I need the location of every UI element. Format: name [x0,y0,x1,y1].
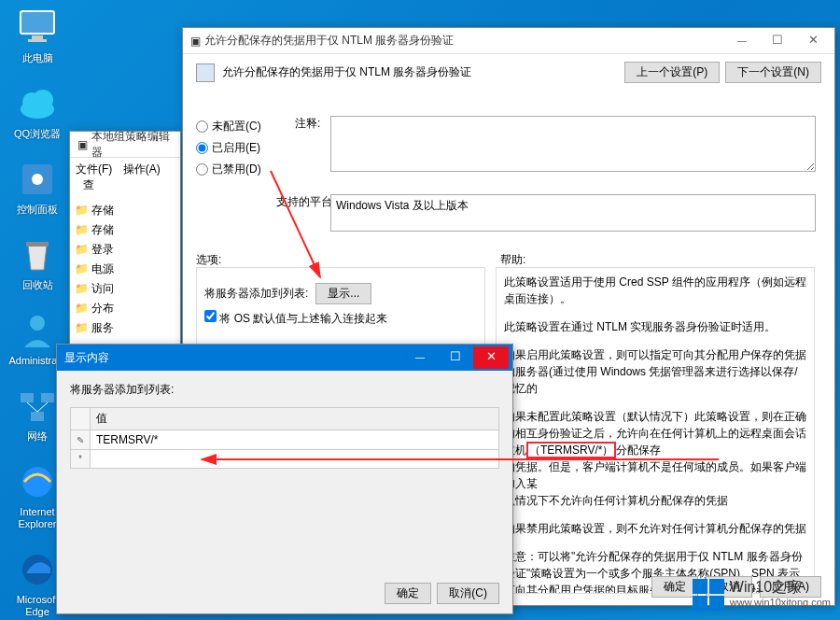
minimize-button[interactable] [402,346,438,369]
radio-enabled[interactable]: 已启用(E) [196,137,261,159]
policy-subicon [196,63,215,82]
table-row[interactable]: * [71,450,499,469]
window-controls [724,30,831,52]
concat-checkbox[interactable]: 将 OS 默认值与上述输入连接起来 [204,310,387,327]
desktop-icon-qq-browser[interactable]: QQ浏览器 [7,81,67,140]
show-button[interactable]: 显示... [315,283,371,304]
tree-item[interactable]: 📁 存储 [72,201,178,220]
monitor-icon [15,6,60,50]
svg-rect-11 [41,393,54,402]
svg-point-5 [33,90,53,110]
help-text: 如果未配置此策略设置（默认情况下）此策略设置，则在正确的相互身份验证之后，允许向… [504,408,806,509]
maximize-button[interactable] [438,346,473,369]
desktop-icon-control-panel[interactable]: 控制面板 [7,157,67,216]
user-icon [15,308,60,353]
values-table[interactable]: 值 ✎TERMSRV/* * [70,407,499,469]
help-text: 此策略设置适用于使用 Cred SSP 组件的应用程序（例如远程桌面连接）。 [504,274,806,307]
svg-rect-2 [28,39,47,42]
comment-label: 注释: [295,116,320,132]
policy-subheader: 允许分配保存的凭据用于仅 NTLM 服务器身份验证 上一个设置(P) 下一个设置… [196,62,821,83]
ok-button[interactable]: 确定 [385,583,431,604]
prev-setting-button[interactable]: 上一个设置(P) [624,62,720,83]
svg-rect-10 [21,393,34,402]
desktop-icon-label: 此电脑 [7,52,67,64]
tree-item[interactable]: 📁 存储 [72,220,178,240]
policy-title: 允许分配保存的凭据用于仅 NTLM 服务器身份验证 [204,33,454,49]
watermark-url: www.win10xitong.com [730,595,831,610]
column-header-value[interactable]: 值 [91,408,499,430]
desktop-icon-recycle-bin[interactable]: 回收站 [7,232,67,291]
gpedit-tree[interactable]: 📁 存储 📁 存储 📁 登录 📁 电源 📁 访问 📁 分布 📁 服务 [70,197,180,342]
gpedit-menubar[interactable]: 文件(F) 操作(A) 查 [70,158,180,197]
svg-point-15 [22,467,52,497]
gpedit-title: 本地组策略编辑器 [91,129,176,161]
termsrv-highlight: （TERMSRV/*） [526,442,616,458]
cloud-icon [15,81,60,126]
close-button[interactable] [795,30,831,52]
value-cell[interactable] [91,450,499,469]
row-marker: * [71,450,91,469]
menu-action[interactable]: 操作(A) [123,162,161,176]
desktop-icon-this-pc[interactable]: 此电脑 [7,6,67,64]
desktop-icon-label: 回收站 [7,279,67,291]
table-row[interactable]: ✎TERMSRV/* [71,430,499,450]
policy-icon: ▣ [190,35,201,48]
svg-rect-0 [21,11,54,34]
edge-icon [15,547,60,592]
tree-item[interactable]: 📁 分布 [72,299,178,318]
help-text: 如果禁用此策略设置，则不允许对任何计算机分配保存的凭据 [504,520,806,537]
show-contents-dialog: 显示内容 将服务器添加到列表: 值 ✎TERMSRV/* * 确定 取消(C) [56,344,513,614]
help-label: 帮助: [500,252,525,268]
cancel-button[interactable]: 取消(C) [437,583,499,604]
ie-icon [15,459,60,504]
svg-rect-8 [26,242,49,247]
svg-point-9 [30,316,45,331]
help-pane[interactable]: 此策略设置适用于使用 Cred SSP 组件的应用程序（例如远程桌面连接）。 此… [496,267,815,594]
window-controls [402,346,509,369]
help-text: 如果启用此策略设置，则可以指定可向其分配用户保存的凭据的服务器(通过使用 Win… [504,346,806,397]
value-cell[interactable]: TERMSRV/* [91,430,499,450]
radio-not-configured[interactable]: 未配置(C) [196,116,261,137]
tree-item[interactable]: 📁 登录 [72,240,178,260]
watermark: Win10之家 www.win10xitong.com [693,579,831,611]
desktop-icon-label: QQ浏览器 [7,128,67,140]
minimize-button[interactable] [724,30,760,52]
maximize-button[interactable] [760,30,795,52]
snapin-icon: ▣ [77,138,88,151]
network-icon [15,384,60,429]
windows-logo-icon [693,579,724,611]
svg-point-7 [32,174,43,185]
radio-disabled[interactable]: 已禁用(D) [196,159,261,180]
policy-subtitle: 允许分配保存的凭据用于仅 NTLM 服务器身份验证 [222,64,471,80]
row-marker: ✎ [71,430,91,450]
tree-item[interactable]: 📁 访问 [72,279,178,299]
options-label: 选项: [196,252,221,268]
comment-textarea[interactable] [330,116,816,172]
show-contents-footer: 确定 取消(C) [385,583,499,604]
svg-line-13 [27,402,37,412]
menu-file[interactable]: 文件(F) [76,162,112,176]
svg-rect-12 [31,412,44,421]
config-radio-group: 未配置(C) 已启用(E) 已禁用(D) [196,116,261,180]
add-servers-label: 将服务器添加到列表: [204,286,308,302]
next-setting-button[interactable]: 下一个设置(N) [725,62,821,83]
show-contents-title: 显示内容 [64,350,109,366]
svg-line-14 [37,402,48,412]
show-contents-prompt: 将服务器添加到列表: [70,382,499,398]
ok-button[interactable]: 确定 [651,576,698,598]
watermark-name: Win10之家 [730,580,831,595]
svg-rect-1 [32,35,43,39]
platform-value: Windows Vista 及以上版本 [330,194,816,232]
policy-titlebar[interactable]: ▣ 允许分配保存的凭据用于仅 NTLM 服务器身份验证 [183,28,834,54]
tree-item[interactable]: 📁 服务 [72,318,178,338]
close-button[interactable] [473,346,509,369]
settings-icon [15,157,60,202]
gpedit-titlebar[interactable]: ▣ 本地组策略编辑器 [70,132,180,158]
tree-item[interactable]: 📁 电源 [72,260,178,279]
trash-icon [15,232,60,277]
help-text: 此策略设置在通过 NTLM 实现服务器身份验证时适用。 [504,318,806,335]
platform-label: 支持的平台: [276,194,335,210]
desktop-icon-label: 控制面板 [7,204,67,216]
menu-view[interactable]: 查 [83,178,94,191]
show-contents-titlebar[interactable]: 显示内容 [57,345,512,371]
